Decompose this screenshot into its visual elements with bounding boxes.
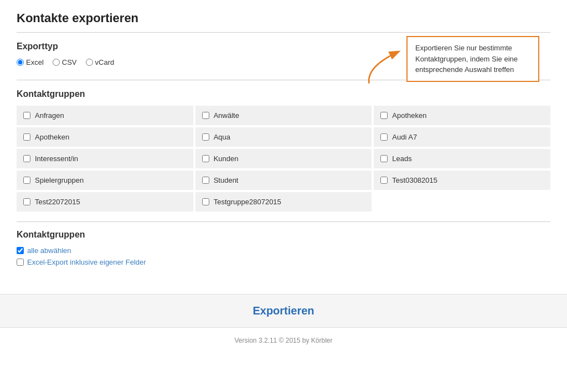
radio-excel[interactable]: Excel [17, 58, 44, 66]
checkbox-anfragen[interactable] [23, 112, 30, 119]
checkbox-spielergruppen[interactable] [23, 177, 30, 184]
checkbox-test03082015[interactable] [380, 177, 388, 184]
excel-export-row: Excel-Export inklusive eigener Felder [17, 258, 550, 266]
checkbox-interessent[interactable] [23, 155, 30, 162]
group-item-apotheken2[interactable]: Apotheken [17, 127, 193, 147]
alle-abwaehlen-label[interactable]: alle abwählen [27, 246, 71, 255]
group-label-test22072015: Test22072015 [35, 198, 80, 206]
checkbox-kunden[interactable] [202, 155, 209, 162]
group-item-anwaelte[interactable]: Anwälte [195, 106, 372, 125]
checkbox-leads[interactable] [380, 155, 388, 162]
group-label-apotheken1: Apotheken [392, 111, 426, 120]
radio-excel-label: Excel [26, 58, 44, 66]
group-item-aqua[interactable]: Aqua [195, 127, 372, 147]
group-item-student[interactable]: Student [195, 171, 372, 190]
tooltip-arrow-icon [361, 47, 411, 86]
export-button[interactable]: Exportieren [252, 305, 314, 317]
group-item-leads[interactable]: Leads [374, 149, 550, 168]
arrow-container [361, 47, 411, 87]
group-label-anfragen: Anfragen [35, 111, 64, 120]
footer-text: Version 3.2.11 © 2015 by Körbler [235, 337, 333, 344]
group-item-test22072015[interactable]: Test22072015 [17, 192, 193, 212]
group-label-leads: Leads [392, 154, 411, 163]
tooltip-box: Exportieren Sie nur bestimmte Kontaktgru… [406, 36, 539, 82]
radio-csv-input[interactable] [53, 59, 60, 66]
group-label-anwaelte: Anwälte [214, 111, 239, 120]
group-item-test03082015[interactable]: Test03082015 [374, 171, 550, 190]
group-item-empty [374, 192, 550, 212]
group-label-student: Student [214, 176, 239, 184]
bottom-section: Kontaktgruppen alle abwählen Excel-Expor… [17, 221, 550, 266]
group-item-audi-a7[interactable]: Audi A7 [374, 127, 550, 147]
title-divider [17, 32, 550, 33]
checkbox-apotheken2[interactable] [23, 133, 30, 141]
group-item-apotheken1[interactable]: Apotheken [374, 106, 550, 125]
group-label-kunden: Kunden [214, 154, 239, 163]
checkbox-testgruppe28072015[interactable] [202, 198, 209, 205]
group-item-kunden[interactable]: Kunden [195, 149, 372, 168]
checkbox-excel-export[interactable] [17, 259, 24, 266]
groups-grid: Anfragen Anwälte Apotheken Apotheken Aqu… [17, 106, 550, 212]
footer: Version 3.2.11 © 2015 by Körbler [0, 337, 567, 344]
group-item-anfragen[interactable]: Anfragen [17, 106, 193, 125]
bottom-section-title: Kontaktgruppen [17, 230, 550, 240]
group-label-apotheken2: Apotheken [35, 133, 69, 141]
checkbox-test22072015[interactable] [23, 198, 30, 205]
radio-vcard-label: vCard [95, 58, 115, 66]
checkbox-aqua[interactable] [202, 133, 209, 141]
radio-csv-label: CSV [62, 58, 77, 66]
group-label-aqua: Aqua [214, 133, 230, 141]
checkbox-anwaelte[interactable] [202, 112, 209, 119]
page-title: Kontakte exportieren [17, 11, 550, 25]
checkbox-student[interactable] [202, 177, 209, 184]
group-item-testgruppe28072015[interactable]: Testgruppe28072015 [195, 192, 372, 212]
kontaktgruppen-title: Kontaktgruppen [17, 89, 550, 99]
group-label-testgruppe28072015: Testgruppe28072015 [214, 198, 281, 206]
group-label-test03082015: Test03082015 [392, 176, 437, 184]
page-wrapper: Kontakte exportieren Exporttyp Excel CSV… [0, 0, 567, 281]
group-label-interessent: Interessent/in [35, 154, 78, 163]
radio-vcard-input[interactable] [86, 59, 93, 66]
group-item-spielergruppen[interactable]: Spielergruppen [17, 171, 193, 190]
radio-vcard[interactable]: vCard [86, 58, 115, 66]
radio-excel-input[interactable] [17, 59, 24, 66]
group-item-interessent[interactable]: Interessent/in [17, 149, 193, 168]
kontaktgruppen-section: Kontaktgruppen Anfragen Anwälte Apotheke… [17, 89, 550, 212]
checkbox-alle-abwaehlen[interactable] [17, 247, 24, 254]
export-button-section: Exportieren [0, 294, 567, 328]
radio-csv[interactable]: CSV [53, 58, 77, 66]
checkbox-apotheken1[interactable] [380, 112, 388, 119]
alle-abwaehlen-row: alle abwählen [17, 246, 550, 255]
group-label-spielergruppen: Spielergruppen [35, 176, 84, 184]
exporttype-section: Exporttyp Excel CSV vCard Exportieren Si… [17, 42, 550, 74]
excel-export-label[interactable]: Excel-Export inklusive eigener Felder [27, 258, 146, 266]
checkbox-audi-a7[interactable] [380, 133, 388, 141]
group-label-audi-a7: Audi A7 [392, 133, 417, 141]
